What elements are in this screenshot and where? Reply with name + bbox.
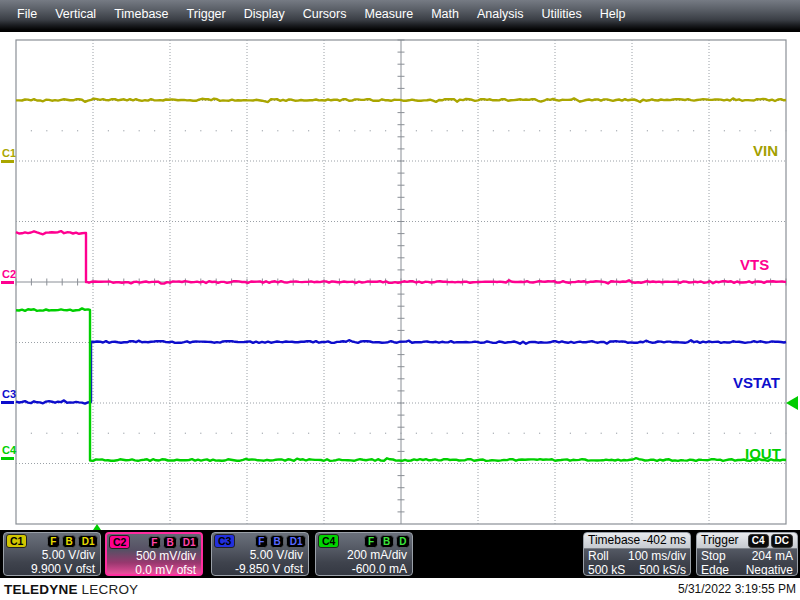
channel-marker-tick-c1[interactable] bbox=[1, 160, 14, 163]
channel-marker-c2[interactable]: C2 bbox=[2, 268, 16, 280]
trigger-slope: Negative bbox=[746, 563, 793, 576]
channel-scale-c3: 5.00 V/div bbox=[212, 548, 308, 562]
grid-dot bbox=[739, 433, 740, 434]
grid-dot bbox=[724, 130, 725, 131]
grid-dot bbox=[139, 433, 140, 434]
grid-dot bbox=[62, 130, 63, 131]
grid-dot bbox=[662, 433, 663, 434]
trace-label-vstat: VSTAT bbox=[733, 374, 780, 391]
grid-dot bbox=[108, 433, 109, 434]
grid-dot bbox=[631, 433, 632, 434]
channel-descriptor-c4[interactable]: C4FBD200 mA/div-600.0 mA bbox=[315, 532, 413, 576]
grid-dot bbox=[46, 433, 47, 434]
grid-dot bbox=[354, 130, 355, 131]
grid-dot bbox=[154, 130, 155, 131]
grid-dot bbox=[92, 433, 93, 434]
grid-dot bbox=[724, 433, 725, 434]
grid-dot bbox=[293, 433, 294, 434]
grid-dot bbox=[370, 433, 371, 434]
grid-dot bbox=[31, 433, 32, 434]
grid-dot bbox=[169, 433, 170, 434]
menu-item-cursors[interactable]: Cursors bbox=[294, 4, 356, 24]
grid-dot bbox=[631, 130, 632, 131]
channel-descriptor-c1[interactable]: C1FBD15.00 V/div9.900 V ofst bbox=[3, 532, 101, 576]
grid-dot bbox=[647, 130, 648, 131]
grid-dot bbox=[524, 433, 525, 434]
grid-dot bbox=[662, 130, 663, 131]
menu-item-analysis[interactable]: Analysis bbox=[468, 4, 533, 24]
grid-dot bbox=[354, 433, 355, 434]
timebase-rate: 500 kS/s bbox=[639, 563, 686, 576]
scope-graticule: VINVTSVSTATIOUTC1C2C3C4 bbox=[0, 32, 800, 530]
grid-dot bbox=[416, 433, 417, 434]
grid-dot bbox=[493, 130, 494, 131]
trigger-descriptor[interactable]: Trigger C4 DC Stop 204 mA Edge Negative bbox=[696, 532, 798, 576]
channel-label-c4: C4 bbox=[318, 534, 339, 548]
grid-dot bbox=[585, 433, 586, 434]
grid-dot bbox=[462, 130, 463, 131]
descriptor-toolbar: C1FBD15.00 V/div9.900 V ofstC2FBD1500 mV… bbox=[0, 530, 800, 578]
grid-dot bbox=[647, 433, 648, 434]
grid-dot bbox=[154, 433, 155, 434]
status-bar: TELEDYNELECROY 5/31/2022 3:19:55 PM bbox=[0, 578, 800, 600]
timebase-descriptor[interactable]: Timebase -402 ms Roll 100 ms/div 500 kS … bbox=[583, 532, 691, 576]
grid-dot bbox=[77, 130, 78, 131]
menu-item-measure[interactable]: Measure bbox=[355, 4, 422, 24]
grid-dot bbox=[200, 433, 201, 434]
grid-dot bbox=[462, 433, 463, 434]
grid-dot bbox=[262, 433, 263, 434]
grid-dot bbox=[277, 433, 278, 434]
grid-dot bbox=[708, 130, 709, 131]
channel-marker-c3[interactable]: C3 bbox=[2, 388, 16, 400]
channel-descriptor-c2[interactable]: C2FBD1500 mV/div0.0 mV ofst bbox=[105, 532, 203, 576]
grid-dot bbox=[231, 130, 232, 131]
menu-item-trigger[interactable]: Trigger bbox=[178, 4, 235, 24]
grid-dot bbox=[785, 433, 786, 434]
grid-dot bbox=[169, 130, 170, 131]
grid-dot bbox=[616, 130, 617, 131]
grid-dot bbox=[678, 433, 679, 434]
badge-d1-c2: D1 bbox=[179, 536, 199, 549]
menu-item-display[interactable]: Display bbox=[235, 4, 294, 24]
logo-lecroy: LECROY bbox=[82, 582, 139, 597]
menu-item-help[interactable]: Help bbox=[591, 4, 635, 24]
grid-dot bbox=[678, 130, 679, 131]
menu-item-timebase[interactable]: Timebase bbox=[105, 4, 177, 24]
grid-dot bbox=[477, 433, 478, 434]
trace-label-vts: VTS bbox=[740, 256, 769, 273]
grid-dot bbox=[739, 130, 740, 131]
timebase-delay: -402 ms bbox=[643, 533, 686, 548]
grid-dot bbox=[323, 433, 324, 434]
channel-offset-c4: -600.0 mA bbox=[316, 562, 412, 576]
grid-dot bbox=[708, 433, 709, 434]
channel-marker-tick-c3[interactable] bbox=[1, 401, 14, 404]
grid-dot bbox=[216, 130, 217, 131]
grid-dot bbox=[262, 130, 263, 131]
grid-dot bbox=[31, 130, 32, 131]
grid-dot bbox=[601, 130, 602, 131]
grid-dot bbox=[770, 433, 771, 434]
trace-label-iout: IOUT bbox=[745, 445, 781, 462]
grid-dot bbox=[77, 433, 78, 434]
grid-dot bbox=[539, 433, 540, 434]
grid-dot bbox=[554, 433, 555, 434]
grid-dot bbox=[477, 130, 478, 131]
grid-dot bbox=[323, 130, 324, 131]
menu-item-math[interactable]: Math bbox=[422, 4, 468, 24]
channel-scale-c1: 5.00 V/div bbox=[4, 548, 100, 562]
menu-item-vertical[interactable]: Vertical bbox=[46, 4, 105, 24]
channel-marker-c4[interactable]: C4 bbox=[2, 444, 17, 456]
channel-marker-tick-c2[interactable] bbox=[1, 281, 14, 284]
channel-marker-c1[interactable]: C1 bbox=[2, 147, 16, 159]
channel-marker-tick-c4[interactable] bbox=[1, 457, 14, 460]
trace-label-vin: VIN bbox=[753, 142, 778, 159]
grid-dot bbox=[277, 130, 278, 131]
channel-label-c1: C1 bbox=[6, 534, 27, 548]
channel-descriptor-c3[interactable]: C3FBD15.00 V/div-9.850 V ofst bbox=[211, 532, 309, 576]
menu-item-file[interactable]: File bbox=[8, 4, 46, 24]
grid-dot bbox=[185, 433, 186, 434]
timebase-mode: Roll bbox=[588, 549, 609, 563]
timebase-scale: 100 ms/div bbox=[628, 549, 686, 563]
trigger-level-marker[interactable] bbox=[786, 396, 798, 410]
menu-item-utilities[interactable]: Utilities bbox=[532, 4, 590, 24]
